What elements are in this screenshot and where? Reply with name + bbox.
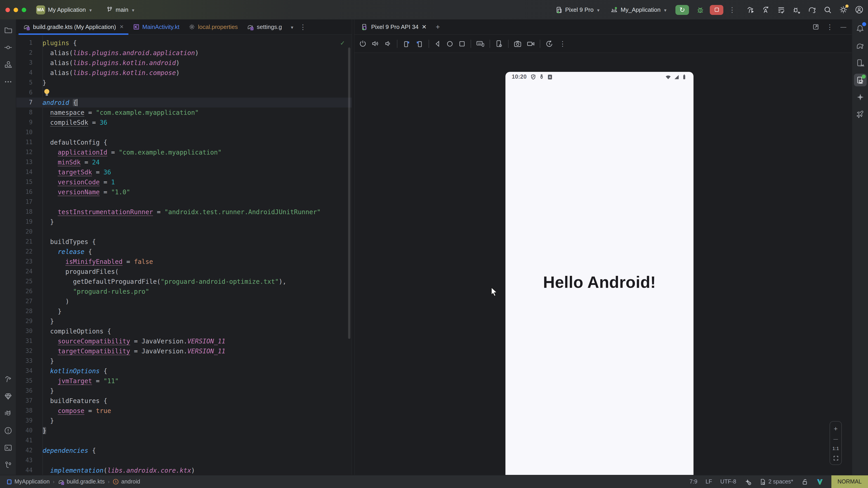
emulator-more-button[interactable]: ⋮ (559, 41, 566, 46)
code-line[interactable]: 2 alias(libs.plugins.android.application… (16, 48, 352, 58)
tab-options-button[interactable]: ⋮ (300, 25, 306, 29)
code-line[interactable]: 19 } (16, 217, 352, 227)
line-number[interactable]: 15 (16, 177, 39, 187)
zoom-in-button[interactable]: + (834, 425, 838, 432)
breadcrumb-file[interactable]: build.gradle.kts (58, 478, 105, 485)
line-number[interactable]: 24 (16, 267, 39, 276)
more-run-actions-button[interactable]: ⋮ (729, 7, 736, 12)
code-line[interactable]: 11 defaultConfig { (16, 137, 352, 147)
line-number[interactable]: 29 (16, 316, 39, 326)
running-devices-tool-button[interactable] (854, 74, 866, 86)
code-editor[interactable]: 1plugins {2 alias(libs.plugins.android.a… (16, 35, 352, 475)
line-number[interactable]: 25 (16, 276, 39, 287)
device-tab-pixel9pro[interactable]: Pixel 9 Pro API 34 ✕ (354, 23, 431, 31)
code-line[interactable]: 42dependencies { (16, 446, 352, 455)
code-line[interactable]: 7android { (16, 98, 352, 107)
volume-down-icon[interactable] (384, 40, 392, 47)
readonly-toggle[interactable] (801, 478, 808, 485)
line-number[interactable]: 21 (16, 237, 39, 247)
gradle-tool-button[interactable] (854, 39, 866, 52)
intention-bulb-icon[interactable] (44, 89, 49, 94)
code-line[interactable]: 43 (16, 455, 352, 465)
line-number[interactable]: 8 (16, 107, 39, 118)
line-number[interactable]: 7 (16, 98, 39, 107)
minimize-window-button[interactable] (13, 7, 18, 12)
tab-local-properties[interactable]: local.properties (184, 19, 242, 35)
close-window-button[interactable] (5, 7, 10, 12)
code-line[interactable]: 17 (16, 197, 352, 207)
snapshot-restore-icon[interactable] (545, 39, 553, 48)
line-number[interactable]: 28 (16, 306, 39, 316)
line-number[interactable]: 44 (16, 465, 39, 475)
line-number[interactable]: 23 (16, 257, 39, 267)
terminal-tool-button[interactable] (2, 442, 14, 454)
code-line[interactable]: 26 "proguard-rules.pro" (16, 287, 352, 296)
zoom-out-button[interactable]: — (833, 436, 838, 442)
gemini-tool-button[interactable] (854, 91, 866, 103)
commit-tool-button[interactable] (2, 41, 14, 54)
code-line[interactable]: 31 sourceCompatibility = JavaVersion.VER… (16, 336, 352, 346)
inspections-ok-icon[interactable]: ✓ (340, 39, 344, 47)
version-control-tool-button[interactable] (2, 459, 14, 471)
line-number[interactable]: 12 (16, 147, 39, 157)
open-in-new-window-icon[interactable] (812, 24, 819, 30)
code-line[interactable]: 36 } (16, 386, 352, 396)
project-widget[interactable]: MA My Application ▼ (36, 5, 93, 14)
line-number[interactable]: 9 (16, 118, 39, 127)
line-number[interactable]: 26 (16, 287, 39, 296)
code-line[interactable]: 20 (16, 227, 352, 237)
code-line[interactable]: 21 buildTypes { (16, 237, 352, 247)
settings-button[interactable] (839, 5, 848, 14)
code-line[interactable]: 8 namespace = "com.example.myapplication… (16, 107, 352, 118)
line-number[interactable]: 37 (16, 396, 39, 406)
line-number[interactable]: 42 (16, 446, 39, 455)
caret-position-widget[interactable]: 7:9 (689, 479, 698, 485)
code-line[interactable]: 13 minSdk = 24 (16, 157, 352, 167)
resource-manager-tool-button[interactable] (2, 58, 14, 71)
line-number[interactable]: 6 (16, 88, 39, 98)
line-number[interactable]: 35 (16, 376, 39, 386)
line-number[interactable]: 20 (16, 227, 39, 237)
vcs-branch-widget[interactable]: main ▼ (106, 6, 135, 13)
breadcrumb-element[interactable]: λ android (113, 479, 140, 485)
line-ending-widget[interactable]: LF (706, 479, 712, 485)
editor-scrollbar[interactable] (348, 47, 350, 339)
code-line[interactable]: 24 proguardFiles( (16, 267, 352, 276)
code-line[interactable]: 29 } (16, 316, 352, 326)
line-number[interactable]: 34 (16, 366, 39, 376)
apply-changes-button[interactable] (762, 6, 770, 14)
code-line[interactable]: 32 targetCompatibility = JavaVersion.VER… (16, 346, 352, 356)
tab-build-gradle-kts[interactable]: build.gradle.kts (My Application) ✕ (19, 19, 128, 35)
code-line[interactable]: 40} (16, 426, 352, 435)
indent-widget[interactable]: 2 spaces* (759, 478, 793, 485)
build-tool-button[interactable] (2, 373, 14, 385)
attach-debugger-button[interactable] (793, 6, 801, 14)
code-line[interactable]: 37 buildFeatures { (16, 396, 352, 406)
line-number[interactable]: 40 (16, 426, 39, 435)
line-number[interactable]: 16 (16, 187, 39, 197)
line-number[interactable]: 19 (16, 217, 39, 227)
app-quality-insights-tool-button[interactable] (2, 390, 14, 402)
line-number[interactable]: 4 (16, 68, 39, 78)
line-number[interactable]: 43 (16, 455, 39, 465)
close-device-tab-icon[interactable]: ✕ (422, 24, 427, 30)
code-line[interactable]: 3 alias(libs.plugins.kotlin.android) (16, 58, 352, 68)
build-button[interactable] (746, 6, 754, 14)
hidden-tabs-dropdown[interactable]: ▼ (290, 24, 294, 30)
code-line[interactable]: 33 } (16, 356, 352, 366)
device-manager-tool-button[interactable] (854, 57, 866, 69)
ideavim-icon[interactable] (816, 478, 823, 485)
search-everywhere-button[interactable] (824, 6, 832, 14)
line-number[interactable]: 36 (16, 386, 39, 396)
line-number[interactable]: 18 (16, 207, 39, 217)
zoom-ratio-button[interactable]: 1:1 (832, 446, 839, 451)
journeys-tool-button[interactable] (854, 108, 866, 121)
line-number[interactable]: 32 (16, 346, 39, 356)
code-line[interactable]: 15 versionCode = 1 (16, 177, 352, 187)
code-line[interactable]: 5} (16, 78, 352, 88)
code-line[interactable]: 16 versionName = "1.0" (16, 187, 352, 197)
hardware-input-icon[interactable] (476, 39, 485, 48)
line-number[interactable]: 22 (16, 247, 39, 257)
zoom-window-button[interactable] (22, 7, 26, 12)
code-line[interactable]: 41 (16, 435, 352, 446)
